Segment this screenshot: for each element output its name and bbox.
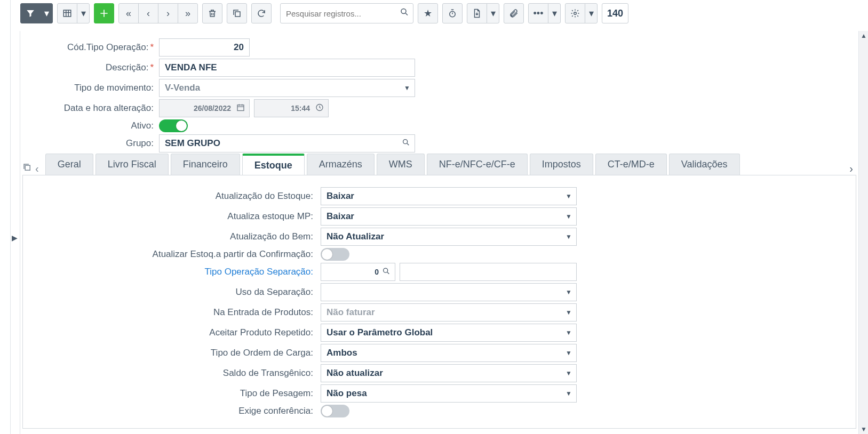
left-rail-inner: ▶ [11, 31, 20, 434]
gear-icon [570, 9, 580, 18]
svg-point-4 [574, 12, 577, 15]
scroll-up-icon[interactable]: ▲ [859, 31, 868, 41]
nav-last-button[interactable]: » [178, 3, 198, 23]
select-aceitar-repetido[interactable]: Usar o Parâmetro Global ▼ [321, 324, 577, 342]
tab-armaz-ns[interactable]: Armazéns [307, 154, 375, 175]
field-tipo-op-sep-value: 0 [375, 268, 379, 276]
nav-prev-button[interactable]: ‹ [138, 3, 158, 23]
select-atualizacao-bem[interactable]: Não Atualizar ▼ [321, 228, 577, 246]
field-hora[interactable]: 15:44 [254, 99, 329, 117]
search-icon[interactable] [400, 7, 409, 20]
field-tipo-op-sep-codigo[interactable]: 0 [321, 263, 395, 281]
tab-livro-fiscal[interactable]: Livro Fiscal [95, 154, 169, 175]
filter-dropdown[interactable]: ▾ [40, 3, 53, 23]
scrollbar[interactable]: ▲ ▼ [858, 31, 868, 434]
toggle-atualizar-confirmacao[interactable] [321, 248, 349, 261]
tab-wms[interactable]: WMS [377, 154, 425, 175]
select-atualizacao-estoque-value: Baixar [327, 191, 354, 202]
add-button[interactable] [94, 3, 114, 23]
search-icon[interactable] [402, 138, 410, 149]
toggle-exige-conferencia[interactable] [321, 405, 349, 417]
label-ativo: Ativo: [20, 120, 159, 131]
paperclip-icon [509, 9, 519, 18]
label-codigo: Cód.Tipo Operação:* [20, 42, 159, 53]
select-ordem-carga[interactable]: Ambos ▼ [321, 344, 577, 362]
tab-valida-es[interactable]: Validações [669, 154, 740, 175]
record-count[interactable]: 140 [602, 3, 628, 23]
label-atualiza-estoque-mp: Atualiza estoque MP: [23, 211, 321, 222]
select-atualizacao-bem-value: Não Atualizar [327, 231, 384, 242]
favorite-button[interactable]: ★ [418, 3, 438, 23]
more-dropdown[interactable]: ▾ [548, 3, 561, 23]
export-button[interactable] [467, 3, 487, 23]
settings-dropdown[interactable]: ▾ [585, 3, 598, 23]
search-input[interactable] [280, 3, 413, 23]
search-wrap [280, 3, 413, 23]
tab-duplicate-icon[interactable] [22, 163, 32, 175]
chevron-down-icon: ▼ [566, 329, 572, 336]
svg-rect-0 [63, 10, 71, 17]
expand-left-icon[interactable]: ▶ [12, 234, 18, 242]
export-dropdown[interactable]: ▾ [487, 3, 499, 23]
attach-button[interactable] [504, 3, 524, 23]
tabstrip: ‹ GeralLivro FiscalFinanceiroEstoqueArma… [22, 154, 856, 175]
lookup-grupo[interactable]: SEM GRUPO [159, 134, 415, 152]
chevron-down-icon: ▼ [566, 390, 572, 397]
toggle-ativo[interactable] [159, 119, 188, 132]
select-tipo-pesagem[interactable]: Não pesa ▼ [321, 384, 577, 403]
nav-first-button[interactable]: « [118, 3, 139, 23]
lookup-grupo-value: SEM GRUPO [165, 138, 220, 149]
field-data-value: 26/08/2022 [194, 104, 231, 112]
clock-icon [315, 103, 324, 114]
filter-icon [26, 9, 35, 18]
svg-rect-1 [235, 12, 240, 17]
nav-next-button[interactable]: › [158, 3, 178, 23]
refresh-icon [257, 9, 266, 18]
table-view-button[interactable] [57, 3, 77, 23]
svg-rect-5 [237, 105, 244, 111]
label-saldo-transgenico: Saldo de Transgênico: [23, 368, 321, 379]
label-atualizacao-bem: Atualização do Bem: [23, 231, 321, 242]
select-atualizacao-estoque[interactable]: Baixar ▼ [321, 187, 577, 205]
refresh-button[interactable] [251, 3, 272, 23]
more-button[interactable]: ••• [528, 3, 548, 23]
tab-impostos[interactable]: Impostos [530, 154, 593, 175]
label-ordem-carga: Tipo de Ordem de Carga: [23, 348, 321, 358]
field-data[interactable]: 26/08/2022 [159, 99, 250, 117]
tab-scroll-right-icon[interactable]: › [846, 163, 856, 175]
svg-point-9 [384, 268, 388, 272]
select-saldo-transgenico[interactable]: Não atualizar ▼ [321, 364, 577, 382]
timer-button[interactable] [442, 3, 463, 23]
search-icon[interactable] [382, 267, 391, 277]
tab-financeiro[interactable]: Financeiro [171, 154, 240, 175]
tab-nf-e-nfc-e-cf-e[interactable]: NF-e/NFC-e/CF-e [427, 154, 528, 175]
table-view-dropdown[interactable]: ▾ [77, 3, 90, 23]
select-atualiza-estoque-mp[interactable]: Baixar ▼ [321, 207, 577, 226]
scroll-down-icon[interactable]: ▼ [859, 424, 868, 434]
label-entrada-produtos: Na Entrada de Produtos: [23, 307, 321, 318]
svg-point-7 [403, 140, 408, 144]
tab-body-estoque: Atualização do Estoque: Baixar ▼ Atualiz… [22, 175, 856, 429]
copy-button[interactable] [227, 3, 247, 23]
tab-estoque[interactable]: Estoque [242, 154, 305, 175]
label-atualizar-confirmacao: Atualizar Estoq.a partir da Confirmação: [23, 249, 321, 260]
select-saldo-transgenico-value: Não atualizar [327, 368, 383, 379]
label-tipo-pesagem: Tipo de Pesagem: [23, 388, 321, 399]
tab-scroll-left-icon[interactable]: ‹ [35, 163, 39, 175]
field-descricao[interactable]: VENDA NFE [159, 59, 415, 77]
field-codigo[interactable]: 20 [159, 38, 250, 57]
field-tipo-op-sep-desc[interactable] [400, 263, 577, 281]
filter-button[interactable] [20, 3, 41, 23]
delete-button[interactable] [202, 3, 222, 23]
label-tipo-operacao-sep[interactable]: Tipo Operação Separação: [23, 267, 321, 277]
settings-button[interactable] [565, 3, 585, 23]
select-entrada-produtos[interactable]: Não faturar ▼ [321, 303, 577, 322]
label-uso-separacao: Uso da Separação: [23, 287, 321, 298]
svg-point-2 [401, 9, 406, 14]
tab-ct-e-md-e[interactable]: CT-e/MD-e [595, 154, 667, 175]
tab-geral[interactable]: Geral [45, 154, 93, 175]
copy-icon [232, 9, 242, 18]
table-icon [62, 9, 72, 18]
select-uso-separacao[interactable]: ▼ [321, 283, 577, 301]
select-tipo-mov[interactable]: V-Venda ▼ [159, 79, 415, 97]
